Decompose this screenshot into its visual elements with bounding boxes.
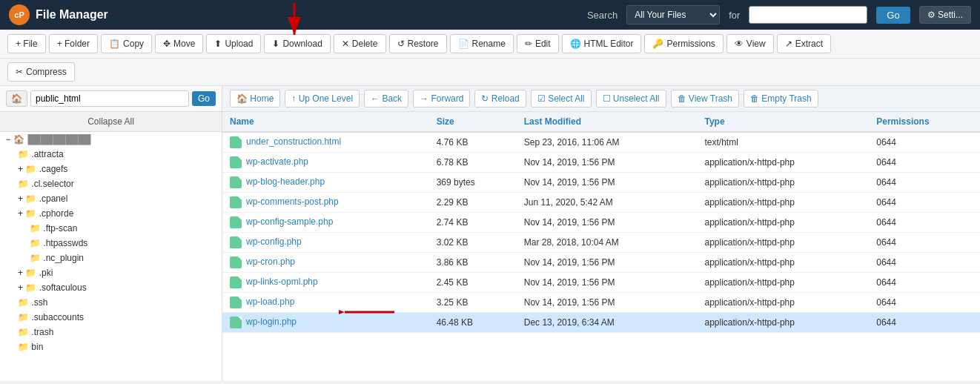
unselect-all-button[interactable]: ☐ Unselect All [596, 90, 666, 107]
file-name-cell: wp-links-opml.php [222, 273, 429, 293]
tree-item-ssh[interactable]: 📁 .ssh [0, 295, 222, 310]
file-name-cell: wp-config-sample.php [222, 213, 429, 233]
edit-button[interactable]: ✏ Edit [517, 34, 559, 53]
tree-item-cagefs[interactable]: + 📁 .cagefs [0, 162, 222, 176]
new-folder-button[interactable]: + Folder [49, 34, 98, 53]
tree-item-root[interactable]: − 🏠 ██████████ [0, 132, 222, 147]
download-button[interactable]: ⬇ Download [264, 34, 330, 53]
file-type-cell: application/x-httpd-php [698, 233, 870, 253]
file-permissions-cell: 0644 [869, 253, 980, 273]
col-size[interactable]: Size [429, 112, 517, 132]
forward-button[interactable]: → Forward [413, 90, 470, 107]
home-icon-btn[interactable]: 🏠 [6, 90, 27, 107]
file-name-cell: wp-config.php [222, 233, 429, 253]
tree-item-softaculous[interactable]: + 📁 .softaculous [0, 280, 222, 295]
back-button[interactable]: ← Back [364, 90, 408, 107]
file-name-link[interactable]: under_construction.html [246, 136, 341, 147]
file-modified-cell: Dec 13, 2019, 6:34 AM [517, 313, 698, 333]
extract-button[interactable]: ↗ Extract [777, 34, 831, 53]
tree-item-trash[interactable]: 📁 .trash [0, 325, 222, 340]
table-row[interactable]: wp-activate.php6.78 KBNov 14, 2019, 1:56… [222, 153, 980, 173]
file-icon [230, 297, 242, 308]
file-size-cell: 2.74 KB [429, 213, 517, 233]
file-modified-cell: Nov 14, 2019, 1:56 PM [517, 273, 698, 293]
file-name-link[interactable]: wp-links-opml.php [246, 277, 318, 287]
file-name-link[interactable]: wp-cron.php [246, 256, 295, 267]
file-name-link[interactable]: wp-config-sample.php [246, 216, 333, 227]
file-modified-cell: Nov 14, 2019, 1:56 PM [517, 213, 698, 233]
html-editor-button[interactable]: 🌐 HTML Editor [562, 34, 642, 53]
empty-trash-button[interactable]: 🗑 Empty Trash [744, 90, 818, 107]
tree-item-nc-plugin[interactable]: 📁 .nc_plugin [0, 251, 222, 265]
col-modified[interactable]: Last Modified [517, 112, 698, 132]
tree-item-cl-selector[interactable]: 📁 .cl.selector [0, 176, 222, 191]
file-name-link[interactable]: wp-config.php [246, 236, 302, 247]
app-logo: cP File Manager [9, 4, 108, 25]
tree-item-cphorde[interactable]: + 📁 .cphorde [0, 206, 222, 221]
tree-item-bin[interactable]: 📁 bin [0, 340, 222, 354]
upload-button[interactable]: ⬆ Upload [206, 34, 261, 53]
file-name-link[interactable]: wp-load.php [246, 297, 294, 307]
file-size-cell: 3.02 KB [429, 233, 517, 253]
restore-button[interactable]: ↺ Restore [389, 34, 447, 53]
tree-item-ftp-scan[interactable]: 📁 .ftp-scan [0, 221, 222, 236]
file-permissions-cell: 0644 [869, 153, 980, 173]
collapse-all-button[interactable]: Collapse All [0, 112, 222, 132]
tree-item-htpasswds[interactable]: 📁 .htpasswds [0, 236, 222, 251]
view-trash-button[interactable]: 🗑 View Trash [671, 90, 739, 107]
file-size-cell: 3.25 KB [429, 293, 517, 313]
rename-icon: 📄 [458, 39, 469, 49]
tree-item-attracta[interactable]: 📁 .attracta [0, 147, 222, 162]
file-modified-cell: Nov 14, 2019, 1:56 PM [517, 293, 698, 313]
col-name[interactable]: Name [222, 112, 429, 132]
table-row[interactable]: wp-load.php 3.25 KBNov 14, 2019, 1:56 PM… [222, 293, 980, 313]
download-icon: ⬇ [272, 39, 279, 49]
path-bar: 🏠 Go [0, 86, 222, 112]
new-file-button[interactable]: + File [7, 34, 46, 53]
search-input[interactable] [749, 6, 867, 24]
col-type[interactable]: Type [698, 112, 870, 132]
table-row[interactable]: wp-config.php3.02 KBMar 28, 2018, 10:04 … [222, 233, 980, 253]
file-name-cell: wp-cron.php [222, 253, 429, 273]
table-row[interactable]: wp-blog-header.php369 bytesNov 14, 2019,… [222, 173, 980, 193]
col-permissions[interactable]: Permissions [869, 112, 980, 132]
up-one-level-button[interactable]: ↑ Up One Level [285, 90, 360, 107]
settings-button[interactable]: ⚙ Setti... [919, 6, 971, 24]
table-row[interactable]: wp-cron.php3.86 KBNov 14, 2019, 1:56 PMa… [222, 253, 980, 273]
compress-button[interactable]: ✂ Compress [7, 62, 75, 82]
select-all-button[interactable]: ☑ Select All [531, 90, 592, 107]
table-row[interactable]: under_construction.html4.76 KBSep 23, 20… [222, 132, 980, 153]
file-size-cell: 2.45 KB [429, 273, 517, 293]
table-row[interactable]: wp-config-sample.php2.74 KBNov 14, 2019,… [222, 213, 980, 233]
file-modified-cell: Nov 14, 2019, 1:56 PM [517, 173, 698, 193]
delete-button[interactable]: ✕ Delete [334, 34, 386, 53]
permissions-button[interactable]: 🔑 Permissions [644, 34, 723, 53]
copy-button[interactable]: 📋 Copy [101, 34, 152, 53]
table-row[interactable]: wp-links-opml.php2.45 KBNov 14, 2019, 1:… [222, 273, 980, 293]
reload-button[interactable]: ↻ Reload [474, 90, 526, 107]
path-go-button[interactable]: Go [192, 91, 216, 106]
search-go-button[interactable]: Go [876, 7, 910, 24]
tree-item-pki[interactable]: + 📁 .pki [0, 265, 222, 280]
file-name-link[interactable]: wp-blog-header.php [246, 176, 325, 187]
file-size-cell: 4.76 KB [429, 132, 517, 153]
edit-icon: ✏ [525, 39, 532, 49]
search-scope-select[interactable]: All Your FilesCurrent DirectoryFile Name… [626, 5, 720, 24]
file-name-cell: wp-comments-post.php [222, 193, 429, 213]
rename-button[interactable]: 📄 Rename [450, 34, 514, 53]
file-name-link[interactable]: wp-login.php [246, 317, 297, 327]
content-toolbar: 🏠 Home ↑ Up One Level ← Back → Forward ↻… [222, 86, 980, 112]
file-name-link[interactable]: wp-comments-post.php [246, 196, 339, 207]
view-button[interactable]: 👁 View [726, 34, 774, 53]
file-table-wrap: Name Size Last Modified Type Permissions… [222, 112, 980, 381]
tree-item-subaccounts[interactable]: 📁 .subaccounts [0, 310, 222, 325]
file-name-link[interactable]: wp-activate.php [246, 156, 308, 167]
path-input[interactable] [30, 90, 189, 107]
file-size-cell: 2.29 KB [429, 193, 517, 213]
home-nav-button[interactable]: 🏠 Home [230, 90, 280, 107]
table-row[interactable]: wp-login.php46.48 KBDec 13, 2019, 6:34 A… [222, 313, 980, 333]
tree-item-cpanel[interactable]: + 📁 .cpanel [0, 191, 222, 206]
file-icon [230, 216, 242, 228]
move-button[interactable]: ✥ Move [155, 34, 203, 53]
table-row[interactable]: wp-comments-post.php2.29 KBJun 11, 2020,… [222, 193, 980, 213]
